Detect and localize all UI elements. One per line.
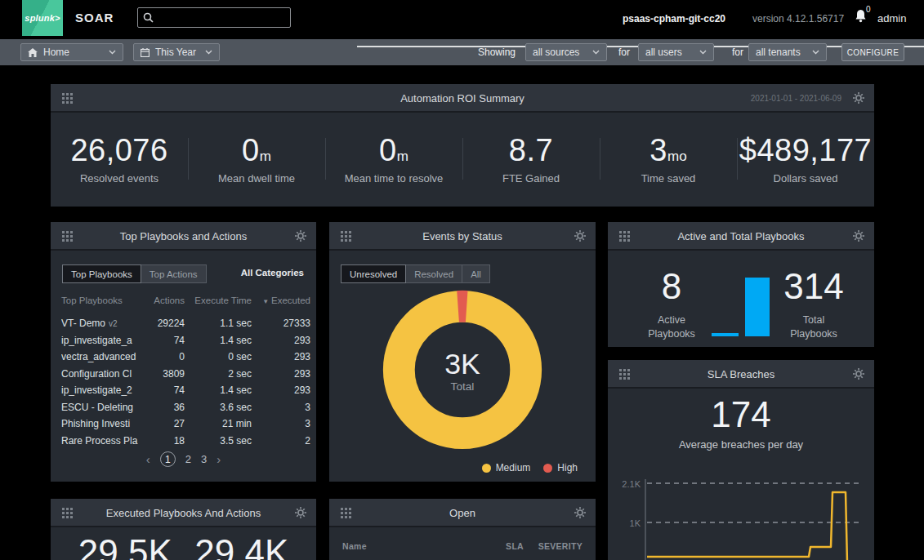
column-header-execute-time[interactable]: Execute Time	[185, 296, 252, 305]
nav-dropdown-home[interactable]: Home	[20, 43, 123, 61]
panel-header: Events by Status	[329, 222, 596, 251]
cell-actions: 18	[145, 435, 185, 447]
next-page-arrow[interactable]: ›	[216, 452, 221, 466]
page-2[interactable]: 2	[185, 453, 191, 465]
stat-fte-gained: 8.7 FTE Gained	[462, 133, 600, 184]
page-1-current[interactable]: 1	[160, 451, 176, 467]
column-header-sla[interactable]: SLA	[475, 541, 524, 551]
panel-sla-breaches: SLA Breaches 174 Average breaches per da…	[608, 360, 874, 560]
legend-medium[interactable]: Medium	[482, 462, 531, 473]
version-label: version 4.12.1.56717	[752, 13, 844, 24]
total-playbooks-stat: 314 Total Playbooks	[765, 266, 863, 341]
panel-executed-playbooks-and-actions: Executed Playbooks And Actions 29.5K 29.…	[51, 499, 316, 560]
ytick-1k: 1K	[630, 518, 641, 528]
table-row: Configuration Cl 3809 2 sec 293	[51, 366, 316, 383]
column-header-executed[interactable]: ▼Executed	[252, 296, 310, 305]
cell-executed: 3	[252, 418, 310, 429]
configure-button[interactable]: CONFIGURE	[841, 43, 904, 61]
tab-all[interactable]: All	[462, 264, 490, 283]
cell-execute-time: 0 sec	[185, 351, 252, 362]
playbook-name: ip_investigate_2	[61, 384, 132, 396]
cell-executed: 293	[252, 335, 310, 346]
notifications-bell-icon[interactable]	[855, 9, 867, 23]
cell-actions: 3809	[145, 368, 185, 380]
sla-breaches-line-chart: 2.1K 1K	[608, 473, 874, 560]
panel-header: Automation ROI Summary 2021-01-01 - 2021…	[51, 84, 874, 113]
gear-icon[interactable]	[574, 507, 586, 518]
users-select-value: all users	[645, 47, 682, 58]
tab-unresolved[interactable]: Unresolved	[341, 264, 406, 283]
panel-active-total-playbooks: Active and Total Playbooks 8 Active Play…	[608, 222, 874, 347]
gear-icon[interactable]	[853, 368, 864, 380]
legend-dot-medium	[482, 464, 491, 473]
panel-title: Open	[329, 507, 596, 519]
table-row: Rare Process Pla 18 3.5 sec 2	[51, 433, 316, 450]
playbook-name: ESCU - Deleting	[61, 402, 133, 413]
cell-executed: 3	[252, 402, 310, 413]
active-playbooks-stat: 8 Active Playbooks	[623, 266, 721, 341]
panel-title: Top Playbooks and Actions	[51, 230, 316, 242]
playbook-name: Phishing Investi	[61, 418, 130, 429]
stat-mean-time-to-resolve: 0m Mean time to resolve	[325, 133, 462, 184]
cell-execute-time: 3.6 sec	[185, 402, 252, 413]
table-header: Top Playbooks Actions Execute Time ▼Exec…	[51, 296, 316, 305]
category-filter[interactable]: All Categories	[241, 268, 304, 278]
user-menu[interactable]: admin	[877, 12, 906, 24]
sort-desc-icon: ▼	[262, 298, 269, 305]
tab-resolved[interactable]: Resolved	[406, 264, 462, 283]
splunk-logo: splunk>	[22, 0, 63, 36]
gear-icon[interactable]	[853, 92, 864, 104]
stat-label: Dollars saved	[737, 172, 874, 184]
showing-label: Showing	[478, 47, 516, 58]
tab-top-actions[interactable]: Top Actions	[141, 264, 207, 283]
column-header-name[interactable]: Top Playbooks	[61, 296, 145, 305]
nav-dropdown-label: Home	[43, 47, 69, 58]
gear-icon[interactable]	[295, 507, 306, 518]
users-select[interactable]: all users	[638, 43, 714, 61]
panel-automation-roi-summary: Automation ROI Summary 2021-01-01 - 2021…	[51, 84, 874, 207]
playbook-name: vectra_advanced	[61, 351, 136, 362]
time-range-dropdown[interactable]: This Year	[133, 43, 220, 61]
total-playbooks-label: Total Playbooks	[765, 313, 863, 341]
panel-header: Top Playbooks and Actions	[51, 222, 316, 251]
active-playbooks-label: Active Playbooks	[623, 313, 721, 341]
search-input[interactable]	[158, 12, 285, 24]
global-search[interactable]	[137, 7, 291, 28]
page-3[interactable]: 3	[201, 453, 207, 465]
column-header-severity[interactable]: SEVERITY	[524, 541, 583, 551]
playbook-name: Configuration Cl	[61, 368, 132, 380]
cell-actions: 27	[145, 418, 185, 429]
sources-select[interactable]: all sources	[525, 43, 607, 61]
status-tabs: Unresolved Resolved All	[341, 264, 490, 283]
panel-top-playbooks-and-actions: Top Playbooks and Actions Top Playbooks …	[51, 222, 316, 482]
playbook-name: VT- Demo	[61, 318, 105, 329]
table-row: vectra_advanced 0 0 sec 293	[51, 349, 316, 366]
column-header-actions[interactable]: Actions	[145, 296, 185, 305]
playbook-name: ip_investigate_a	[61, 335, 132, 346]
open-table-header: Name SLA SEVERITY	[342, 541, 583, 551]
gear-icon[interactable]	[574, 230, 586, 242]
active-playbooks-value: 8	[623, 266, 721, 307]
home-icon	[28, 48, 38, 57]
stat-value: 8.7	[509, 133, 553, 167]
table-row: ip_investigate_a 74 1.4 sec 293	[51, 332, 316, 349]
playbook-name: Rare Process Pla	[61, 435, 137, 447]
prev-page-arrow[interactable]: ‹	[146, 452, 150, 466]
table-row: ip_investigate_2 74 1.4 sec 293	[51, 382, 316, 399]
chevron-down-icon	[699, 50, 707, 55]
stat-value: 0	[379, 133, 397, 167]
chevron-down-icon	[812, 50, 819, 55]
for-label-1: for	[618, 47, 630, 58]
column-header-name[interactable]: Name	[342, 541, 475, 551]
panel-title: Executed Playbooks And Actions	[51, 507, 316, 519]
gear-icon[interactable]	[853, 230, 864, 242]
tab-top-playbooks[interactable]: Top Playbooks	[62, 264, 141, 283]
instance-name: psaas-cpham-git-cc20	[623, 13, 725, 24]
stat-label: Mean dwell time	[188, 172, 325, 184]
total-playbooks-value: 314	[765, 266, 863, 307]
tenants-select[interactable]: all tenants	[748, 43, 827, 61]
gear-icon[interactable]	[295, 230, 306, 242]
date-range-label: 2021-01-01 - 2021-06-09	[751, 94, 841, 103]
legend-high[interactable]: High	[543, 462, 578, 473]
donut-legend: Medium High	[482, 462, 578, 473]
